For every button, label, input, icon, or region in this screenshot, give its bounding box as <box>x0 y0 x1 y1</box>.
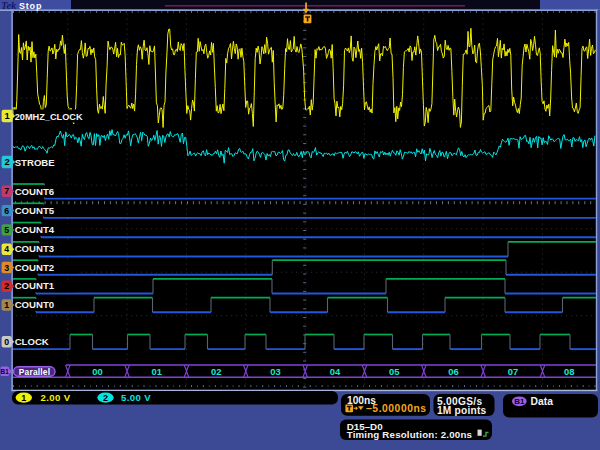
svg-text:1: 1 <box>4 300 9 310</box>
svg-text:4: 4 <box>4 244 9 254</box>
svg-text:COUNT0: COUNT0 <box>15 299 54 310</box>
svg-text:08: 08 <box>564 366 574 377</box>
svg-text:COUNT4: COUNT4 <box>15 224 55 235</box>
svg-text:20MHZ_CLOCK: 20MHZ_CLOCK <box>15 112 83 122</box>
svg-text:Stop: Stop <box>19 1 42 11</box>
svg-text:CLOCK: CLOCK <box>15 336 49 347</box>
svg-text:COUNT2: COUNT2 <box>15 262 54 273</box>
svg-text:2: 2 <box>4 281 9 291</box>
svg-text:2: 2 <box>103 393 108 403</box>
svg-text:1: 1 <box>21 393 26 403</box>
svg-text:Tek: Tek <box>1 0 17 11</box>
svg-text:00: 00 <box>92 366 102 377</box>
svg-text:5: 5 <box>4 225 9 235</box>
svg-text:07: 07 <box>508 366 518 377</box>
svg-text:06: 06 <box>448 366 458 377</box>
svg-text:02: 02 <box>211 366 221 377</box>
svg-text:COUNT3: COUNT3 <box>15 243 54 254</box>
svg-text:STROBE: STROBE <box>15 157 56 168</box>
svg-text:0: 0 <box>4 337 9 347</box>
svg-text:03: 03 <box>270 366 280 377</box>
svg-text:6: 6 <box>4 206 9 216</box>
svg-text:1M points: 1M points <box>437 405 486 416</box>
svg-text:Parallel: Parallel <box>19 367 50 377</box>
svg-text:COUNT6: COUNT6 <box>15 186 54 197</box>
svg-text:3: 3 <box>4 263 9 273</box>
svg-text:2: 2 <box>4 156 9 167</box>
svg-text:B1: B1 <box>514 397 525 406</box>
svg-text:Data: Data <box>531 396 554 407</box>
svg-text:Timing Resolution: 2.00ns: Timing Resolution: 2.00ns <box>347 429 472 440</box>
svg-text:5.00 V: 5.00 V <box>121 392 151 403</box>
svg-text:04: 04 <box>330 366 341 377</box>
svg-text:B1: B1 <box>1 368 10 375</box>
svg-text:COUNT1: COUNT1 <box>15 280 55 291</box>
svg-text:1: 1 <box>4 110 9 121</box>
svg-text:2.00 V: 2.00 V <box>41 392 71 403</box>
svg-text:COUNT5: COUNT5 <box>15 205 55 216</box>
svg-text:05: 05 <box>389 366 399 377</box>
svg-text:7: 7 <box>4 186 9 196</box>
svg-text:−5.00000ns: −5.00000ns <box>366 403 427 414</box>
svg-text:01: 01 <box>152 366 162 377</box>
